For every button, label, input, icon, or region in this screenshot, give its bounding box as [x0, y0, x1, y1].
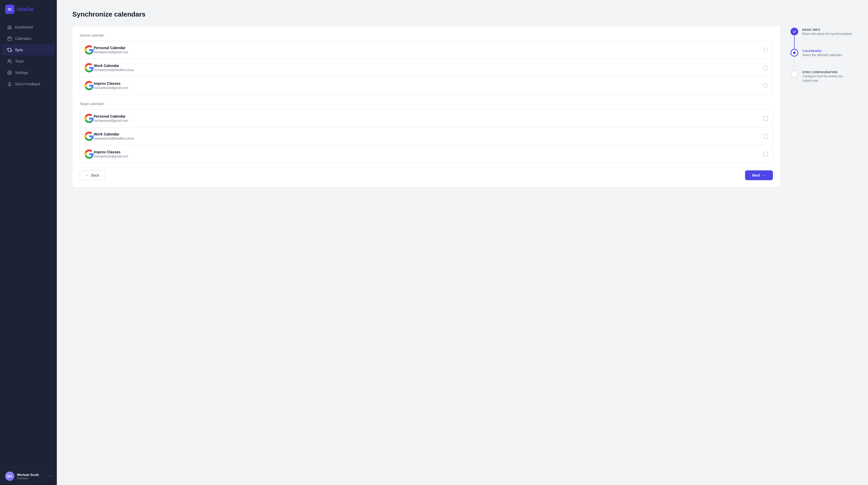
- logo-text: OneCal: [17, 7, 33, 12]
- google-icon: [85, 132, 94, 141]
- step-1-desc: Basic info about the synchronization: [802, 32, 852, 36]
- source-calendar-info-0: Personal Calendar michaelscott@gmail.com: [94, 46, 764, 54]
- step-1-content: BASIC INFO Basic info about the synchron…: [802, 28, 852, 49]
- target-calendar-item-1[interactable]: Work Calendar michaelscott@theoffice.sho…: [80, 127, 773, 145]
- source-calendar-list: Personal Calendar michaelscott@gmail.com: [80, 41, 773, 95]
- button-row: ← Back Next →: [80, 170, 773, 180]
- step-1-title: BASIC INFO: [802, 28, 852, 31]
- target-calendar-info-1: Work Calendar michaelscott@theoffice.sho…: [94, 132, 764, 140]
- source-calendar-item-1[interactable]: Work Calendar michaelscott@theoffice.sho…: [80, 59, 773, 77]
- sidebar-item-label: Settings: [15, 70, 28, 75]
- svg-point-4: [8, 59, 10, 61]
- svg-point-5: [9, 72, 10, 74]
- step-basic-info: BASIC INFO Basic info about the synchron…: [790, 28, 852, 49]
- step-3-title: SYNC CONFIGURATION: [802, 70, 852, 74]
- sidebar-item-dashboard[interactable]: Dashboard: [2, 22, 55, 33]
- source-calendar-name-2: Improv Classes: [94, 81, 764, 86]
- source-calendar-email-1: michaelscott@theoffice.show: [94, 68, 764, 72]
- target-calendar-info-0: Personal Calendar michaelscott@gmail.com: [94, 114, 764, 122]
- source-calendar-info-2: Improv Classes michaelscott@gmail.com: [94, 81, 764, 90]
- source-calendar-name-0: Personal Calendar: [94, 46, 764, 50]
- page-title: Synchronize calendars: [72, 10, 852, 18]
- stepper: BASIC INFO Basic info about the synchron…: [790, 26, 852, 83]
- sidebar: 01 OneCal Dashboard Calendars Sync: [0, 0, 57, 485]
- google-icon: [85, 81, 94, 90]
- source-calendar-item-0[interactable]: Personal Calendar michaelscott@gmail.com: [80, 41, 773, 59]
- google-icon: [85, 45, 94, 55]
- google-icon: [85, 149, 94, 159]
- target-calendar-name-2: Improv Classes: [94, 150, 764, 154]
- sidebar-item-label: Team: [15, 59, 24, 63]
- target-checkbox-2[interactable]: [764, 152, 768, 156]
- step-3-indicator: [790, 70, 798, 78]
- user-profile: MS Michael Scott Premium ⋯: [0, 467, 57, 485]
- target-checkbox-1[interactable]: [764, 134, 768, 139]
- source-calendar-item-2[interactable]: Improv Classes michaelscott@gmail.com: [80, 77, 773, 94]
- next-button[interactable]: Next →: [745, 170, 773, 180]
- sidebar-item-label: Sync: [15, 48, 23, 52]
- target-calendar-item-2[interactable]: Improv Classes michaelscott@gmail.com: [80, 145, 773, 163]
- step-2-content: CALENDARS Select the affected calendars: [802, 49, 842, 70]
- main-content: Synchronize calendars Source calendar Pe…: [57, 0, 868, 485]
- logo: 01 OneCal: [0, 0, 57, 19]
- sidebar-item-team[interactable]: Team: [2, 56, 55, 67]
- form-card: Source calendar Personal Calendar michae…: [72, 26, 780, 188]
- step-2-desc: Select the affected calendars: [802, 53, 842, 57]
- sidebar-item-label: Dashboard: [15, 25, 33, 29]
- google-icon: [85, 114, 94, 123]
- step-2-title: CALENDARS: [802, 49, 842, 53]
- target-calendar-email-0: michaelscott@gmail.com: [94, 119, 764, 122]
- target-calendar-info-2: Improv Classes michaelscott@gmail.com: [94, 150, 764, 158]
- sidebar-item-sync[interactable]: Sync: [2, 45, 55, 55]
- target-calendar-email-2: michaelscott@gmail.com: [94, 154, 764, 158]
- target-calendar-name-1: Work Calendar: [94, 132, 764, 136]
- source-radio-1[interactable]: [764, 65, 768, 70]
- source-calendar-email-2: michaelscott@gmail.com: [94, 86, 764, 90]
- sidebar-item-label: Calendars: [15, 36, 32, 40]
- step-sync-configuration: SYNC CONFIGURATION Configure how the eve…: [790, 70, 852, 83]
- source-calendar-name-1: Work Calendar: [94, 64, 764, 68]
- lightbulb-icon: [7, 82, 12, 86]
- sidebar-item-settings[interactable]: Settings: [2, 67, 55, 78]
- home-icon: [7, 25, 12, 29]
- source-radio-2[interactable]: [764, 83, 768, 88]
- source-calendar-info-1: Work Calendar michaelscott@theoffice.sho…: [94, 64, 764, 72]
- sidebar-item-feedback[interactable]: Send Feedback: [2, 79, 55, 89]
- back-label: Back: [91, 173, 99, 177]
- step-3-desc: Configure how the events are copied over: [802, 74, 852, 83]
- sidebar-nav: Dashboard Calendars Sync Team Settings: [0, 19, 57, 467]
- step-1-indicator: [790, 28, 798, 35]
- more-button[interactable]: ⋯: [47, 474, 52, 479]
- users-icon: [7, 59, 12, 64]
- next-arrow-icon: →: [762, 173, 766, 177]
- step-3-content: SYNC CONFIGURATION Configure how the eve…: [802, 70, 852, 83]
- sidebar-item-label: Send Feedback: [15, 82, 40, 86]
- avatar: MS: [5, 472, 14, 481]
- user-plan: Premium: [17, 477, 44, 480]
- calendar-icon: [7, 36, 12, 41]
- sync-icon: [7, 48, 12, 52]
- user-info: Michael Scott Premium: [17, 473, 44, 480]
- target-calendar-email-1: michaelscott@theoffice.show: [94, 137, 764, 140]
- back-arrow-icon: ←: [86, 173, 89, 177]
- logo-badge: 01: [5, 5, 14, 14]
- source-calendar-label: Source calendar: [80, 33, 773, 37]
- target-calendar-name-0: Personal Calendar: [94, 114, 764, 118]
- target-calendar-label: Target calendars: [80, 102, 773, 106]
- next-label: Next: [752, 173, 760, 177]
- settings-icon: [7, 70, 12, 75]
- target-calendar-list: Personal Calendar michaelscott@gmail.com: [80, 109, 773, 163]
- source-radio-0[interactable]: [764, 48, 768, 52]
- step-calendars: CALENDARS Select the affected calendars: [790, 49, 852, 70]
- sidebar-item-calendars[interactable]: Calendars: [2, 33, 55, 44]
- user-name: Michael Scott: [17, 473, 44, 477]
- target-checkbox-0[interactable]: [764, 116, 768, 121]
- content-layout: Source calendar Personal Calendar michae…: [72, 26, 852, 188]
- step-2-indicator: [790, 49, 798, 57]
- target-calendar-item-0[interactable]: Personal Calendar michaelscott@gmail.com: [80, 110, 773, 127]
- source-calendar-email-0: michaelscott@gmail.com: [94, 50, 764, 54]
- back-button[interactable]: ← Back: [80, 170, 105, 180]
- google-icon: [85, 63, 94, 73]
- svg-rect-0: [8, 37, 11, 40]
